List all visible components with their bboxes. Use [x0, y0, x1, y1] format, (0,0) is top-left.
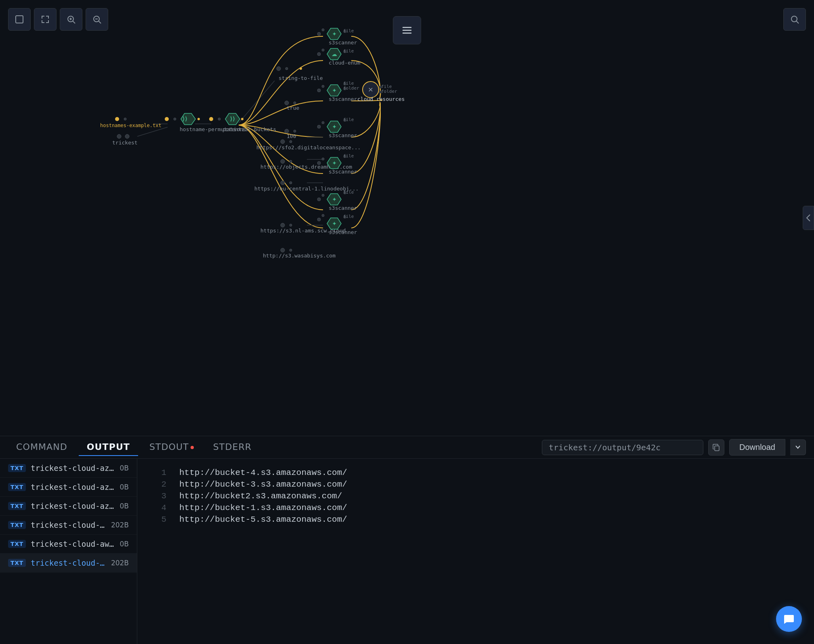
line-content: http://bucket-4.s3.amazonaws.com/: [179, 468, 347, 477]
svg-line-9: [797, 21, 799, 24]
file-list: TXT trickest-cloud-azure-vms.txt 0B TXT …: [0, 459, 137, 644]
svg-point-49: [281, 140, 285, 144]
file-size: 0B: [120, 464, 129, 472]
svg-point-53: [290, 160, 292, 163]
tab-stdout[interactable]: STDOUT: [141, 439, 202, 456]
line-content: http://bucket-5.s3.amazonaws.com/: [179, 515, 347, 524]
svg-text:cloud-enum: cloud-enum: [329, 60, 360, 66]
svg-line-16: [239, 81, 275, 123]
svg-point-50: [290, 140, 292, 143]
svg-point-21: [115, 117, 119, 121]
select-tool-btn[interactable]: [8, 8, 31, 31]
zoom-out-btn[interactable]: [86, 8, 108, 31]
node-cloud-enum[interactable]: ☁ file cloud-enum: [317, 48, 360, 66]
path-input[interactable]: [542, 440, 703, 455]
file-size: 202B: [111, 521, 129, 529]
file-name: trickest-cloud-aws-apps.txt: [31, 539, 115, 548]
download-caret-btn[interactable]: [790, 439, 806, 455]
file-item[interactable]: TXT trickest-cloud-azure-vms.txt 0B: [0, 459, 137, 478]
line-content: http://bucket-3.s3.amazonaws.com/: [179, 480, 347, 489]
node-s3scanner-1[interactable]: ✦ file s3scanner: [317, 28, 357, 46]
svg-text:⟩⟩: ⟩⟩: [183, 115, 188, 122]
download-button[interactable]: Download: [729, 439, 785, 456]
copy-path-btn[interactable]: [708, 439, 724, 456]
file-item[interactable]: TXT trickest-cloud-aws-s3-bu... 202B: [0, 516, 137, 535]
svg-text:file: file: [343, 117, 354, 122]
file-item[interactable]: TXT trickest-cloud-azure-datab... 0B: [0, 478, 137, 497]
svg-text:s3scanner: s3scanner: [329, 40, 357, 46]
svg-point-62: [290, 249, 292, 251]
svg-point-47: [294, 130, 296, 132]
chat-button[interactable]: [776, 606, 802, 632]
svg-point-102: [322, 158, 324, 160]
svg-point-55: [281, 181, 285, 185]
code-line: 3 http://bucket2.s3.amazonaws.com/: [153, 490, 798, 502]
svg-point-61: [281, 248, 285, 252]
svg-text:100: 100: [287, 133, 296, 139]
search-button[interactable]: [783, 8, 806, 31]
tab-stderr[interactable]: STDERR: [205, 439, 260, 456]
file-name: trickest-cloud-azure-vms.txt: [31, 464, 115, 473]
tab-command[interactable]: COMMAND: [8, 439, 76, 456]
line-number: 5: [153, 515, 166, 524]
svg-point-44: [294, 102, 296, 104]
node-hostnames-example[interactable]: hostnames-example.txt: [100, 117, 162, 128]
line-number: 2: [153, 480, 166, 489]
svg-point-79: [322, 85, 324, 88]
svg-point-28: [174, 118, 176, 120]
svg-point-56: [290, 182, 292, 184]
svg-text:folder: folder: [381, 89, 397, 94]
svg-text:s3scanner: s3scanner: [329, 96, 357, 102]
menu-button[interactable]: [393, 16, 421, 44]
file-name: trickest-cloud-aws-s3-bu...: [31, 521, 106, 529]
code-line: 4 http://bucket-1.s3.amazonaws.com/: [153, 502, 798, 514]
svg-text:file: file: [343, 214, 354, 219]
svg-point-78: [317, 89, 321, 92]
svg-point-31: [197, 118, 200, 120]
node-trickest[interactable]: trickest: [112, 134, 138, 146]
node-cloud-resources[interactable]: ✕ file folder cloud resources: [357, 82, 405, 102]
node-s3scanner-2[interactable]: ✦ file folder s3scanner: [317, 81, 359, 102]
svg-text:folder: folder: [343, 86, 359, 91]
svg-point-39: [277, 67, 281, 71]
tabs-bar: COMMAND OUTPUT STDOUT STDERR Download: [0, 436, 814, 459]
file-badge: TXT: [8, 483, 26, 491]
svg-rect-122: [715, 446, 719, 451]
tab-output[interactable]: OUTPUT: [79, 439, 138, 456]
toolbar: [8, 8, 108, 31]
svg-point-41: [300, 67, 302, 70]
svg-point-37: [241, 118, 243, 120]
svg-point-72: [322, 49, 324, 51]
svg-point-58: [281, 223, 285, 227]
svg-point-22: [124, 118, 126, 120]
node-string-to-file[interactable]: string-to-file: [277, 67, 323, 81]
node-url-digitalocean: https://sfo2.digitaloceanspace...: [256, 140, 361, 151]
svg-text:potential-buckets: potential-buckets: [222, 126, 276, 132]
file-name: trickest-cloud-azure-conta...: [31, 502, 115, 510]
expand-tool-btn[interactable]: [34, 8, 57, 31]
file-item[interactable]: TXT trickest-cloud-aws-apps.txt 0B: [0, 535, 137, 554]
svg-text:file: file: [343, 28, 354, 33]
svg-text:true: true: [287, 105, 299, 111]
file-item[interactable]: TXT trickest-cloud-all.txt 202B: [0, 554, 137, 573]
svg-text:☁: ☁: [331, 51, 337, 57]
svg-text:file: file: [343, 48, 354, 54]
svg-point-115: [317, 218, 321, 221]
svg-point-33: [209, 117, 213, 121]
line-content: http://bucket-1.s3.amazonaws.com/: [179, 503, 347, 512]
line-number: 3: [153, 491, 166, 501]
svg-rect-0: [16, 16, 23, 23]
svg-point-27: [165, 117, 169, 121]
file-item[interactable]: TXT trickest-cloud-azure-conta... 0B: [0, 497, 137, 516]
file-badge: TXT: [8, 502, 26, 510]
code-line: 2 http://bucket-3.s3.amazonaws.com/: [153, 479, 798, 490]
svg-point-95: [322, 121, 324, 124]
svg-text:file: file: [343, 153, 354, 159]
svg-text:✦: ✦: [332, 87, 337, 94]
node-s3scanner-3[interactable]: ✦ file s3scanner: [317, 117, 357, 138]
right-panel-toggle[interactable]: [803, 206, 814, 230]
node-s3scanner-5[interactable]: ✦ file s3scanner: [317, 190, 357, 211]
svg-line-15: [137, 127, 168, 136]
file-badge: TXT: [8, 521, 26, 529]
zoom-in-btn[interactable]: [60, 8, 82, 31]
